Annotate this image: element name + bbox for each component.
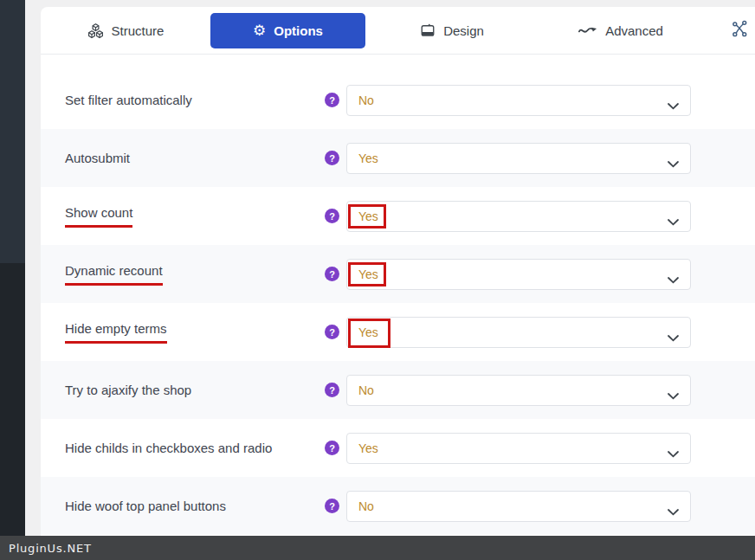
network-icon xyxy=(731,20,749,42)
select-value: No xyxy=(358,93,374,107)
settings-row: Try to ajaxify the shop ? No xyxy=(41,361,755,419)
setting-select[interactable]: Yes xyxy=(346,201,691,232)
wave-icon xyxy=(578,25,597,36)
chevron-down-icon xyxy=(668,388,679,403)
gear-icon: ⚙ xyxy=(253,23,266,38)
image-icon xyxy=(420,23,436,38)
cubes-icon xyxy=(87,23,104,39)
tab-structure[interactable]: Structure xyxy=(41,7,210,54)
help-icon[interactable]: ? xyxy=(325,151,339,165)
setting-label: Dynamic recount xyxy=(65,263,325,286)
help-icon[interactable]: ? xyxy=(325,209,339,223)
select-value: No xyxy=(358,383,374,397)
select-value: Yes xyxy=(358,441,378,455)
watermark-text: PluginUs.NET xyxy=(9,542,92,555)
setting-label: Autosubmit xyxy=(65,151,325,165)
select-value: No xyxy=(358,499,374,513)
select-value: Yes xyxy=(358,325,378,339)
tab-advanced[interactable]: Advanced xyxy=(539,7,703,54)
tab-label: Options xyxy=(274,23,323,38)
tab-label: Advanced xyxy=(605,23,663,38)
tab-label: Structure xyxy=(112,23,165,38)
tab-bar: Structure ⚙ Options Design xyxy=(41,7,755,55)
chevron-down-icon xyxy=(668,446,679,461)
settings-row: Hide childs in checkboxes and radio ? Ye… xyxy=(41,419,755,477)
watermark-bar: PluginUs.NET xyxy=(0,536,755,560)
select-value: Yes xyxy=(358,151,378,165)
setting-select[interactable]: No xyxy=(346,85,691,116)
help-icon[interactable]: ? xyxy=(325,383,339,397)
setting-label: Show count xyxy=(65,205,325,228)
help-icon[interactable]: ? xyxy=(325,499,339,513)
chevron-down-icon xyxy=(668,156,679,171)
chevron-down-icon xyxy=(668,272,679,287)
setting-select[interactable]: Yes xyxy=(346,317,691,348)
settings-panel: Structure ⚙ Options Design xyxy=(41,7,755,536)
tab-design[interactable]: Design xyxy=(365,7,539,54)
setting-label: Hide empty terms xyxy=(65,321,325,344)
help-icon[interactable]: ? xyxy=(325,93,339,107)
tab-options[interactable]: ⚙ Options xyxy=(210,13,365,48)
settings-row: Hide woof top panel buttons ? No xyxy=(41,477,755,535)
setting-select[interactable]: Yes xyxy=(346,433,691,464)
select-value: Yes xyxy=(358,267,378,281)
select-value: Yes xyxy=(358,209,378,223)
setting-select[interactable]: No xyxy=(346,375,691,406)
help-icon[interactable]: ? xyxy=(325,441,339,455)
chevron-down-icon xyxy=(668,504,679,519)
settings-row: Show count ? Yes xyxy=(41,187,755,245)
tab-network[interactable] xyxy=(731,20,749,42)
setting-label: Try to ajaxify the shop xyxy=(65,383,325,397)
help-icon[interactable]: ? xyxy=(325,267,339,281)
help-icon[interactable]: ? xyxy=(325,325,339,339)
chevron-down-icon xyxy=(668,214,679,229)
settings-row: Autosubmit ? Yes xyxy=(41,129,755,187)
chevron-down-icon xyxy=(668,330,679,345)
chevron-down-icon xyxy=(668,98,679,113)
settings-row: Set filter automatically ? No xyxy=(41,71,755,129)
settings-row: Hide empty terms ? Yes xyxy=(41,303,755,361)
setting-select[interactable]: Yes xyxy=(346,143,691,174)
tab-label: Design xyxy=(443,23,484,38)
setting-select[interactable]: Yes xyxy=(346,259,691,290)
setting-select[interactable]: No xyxy=(346,491,691,522)
setting-label: Hide childs in checkboxes and radio xyxy=(65,441,325,455)
admin-sidebar-lower xyxy=(0,263,25,536)
setting-label: Hide woof top panel buttons xyxy=(65,499,325,513)
settings-row: Dynamic recount ? Yes xyxy=(41,245,755,303)
settings-rows: Set filter automatically ? No Autosubmit… xyxy=(41,55,755,535)
setting-label: Set filter automatically xyxy=(65,93,325,107)
